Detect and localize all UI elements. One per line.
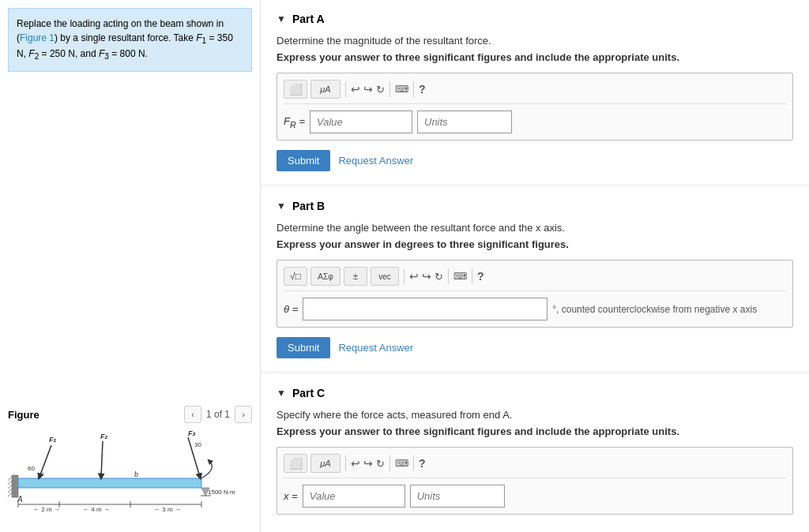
part-b-redo-button[interactable]: ↪: [422, 270, 431, 283]
part-c-question: Specify where the force acts, measured f…: [277, 409, 793, 421]
undo-button[interactable]: ↩: [351, 83, 360, 96]
svg-rect-7: [18, 478, 201, 488]
part-c-collapse[interactable]: ▼: [277, 388, 286, 399]
part-c-redo-button[interactable]: ↪: [363, 457, 373, 470]
svg-text:F₁: F₁: [49, 436, 57, 444]
part-b-question: Determine the angle between the resultan…: [277, 222, 793, 234]
part-b-sqrt-button[interactable]: √□: [284, 267, 307, 286]
part-c-value-input[interactable]: [303, 485, 405, 508]
part-b-title: Part B: [292, 200, 325, 212]
part-b-undo-button[interactable]: ↩: [409, 270, 419, 283]
figure-prev-button[interactable]: ‹: [184, 406, 201, 423]
svg-text:b: b: [134, 470, 138, 478]
part-c-refresh-button[interactable]: ↻: [376, 458, 385, 470]
part-a-toolbar: ⬜ μA ↩ ↪ ↻ ⌨ ?: [284, 80, 786, 104]
part-b-input-row: θ = °, counted counterclockwise from neg…: [284, 298, 786, 320]
part-a-header: ▼ Part A: [277, 13, 793, 25]
left-panel: Replace the loading acting on the beam s…: [0, 0, 261, 532]
part-b-request-link[interactable]: Request Answer: [338, 342, 413, 354]
svg-text:← 3 m →: ← 3 m →: [154, 506, 181, 513]
svg-line-4: [8, 489, 12, 493]
svg-text:1500 N·m: 1500 N·m: [208, 489, 235, 496]
part-c-instruction: Express your answer to three significant…: [277, 425, 793, 437]
part-c-toolbar-sep-3: [413, 455, 414, 471]
part-b-section: ▼ Part B Determine the angle between the…: [261, 187, 809, 371]
svg-text:F₂: F₂: [100, 433, 108, 440]
part-b-toolbar-sep-2: [448, 268, 449, 284]
part-a-eq-label: FR =: [284, 115, 305, 129]
help-button[interactable]: ?: [419, 83, 426, 96]
part-b-vec-button[interactable]: vec: [371, 267, 399, 286]
plusminus-icon: ±: [353, 272, 358, 281]
part-b-answer-box: √□ ΑΣφ ± vec ↩ ↪ ↻ ⌨ ?: [277, 260, 793, 328]
sigma-icon: ΑΣφ: [318, 272, 333, 281]
part-c-keyboard-icon[interactable]: ⌨: [395, 458, 408, 469]
part-a-title: Part A: [292, 13, 325, 25]
part-c-title: Part C: [292, 387, 325, 399]
part-a-units-input[interactable]: [417, 111, 512, 133]
fraction-button[interactable]: ⬜: [284, 80, 307, 99]
part-b-refresh-button[interactable]: ↻: [435, 271, 443, 283]
part-c-eq-label: x =: [284, 490, 298, 502]
part-c-section: ▼ Part C Specify where the force acts, m…: [261, 374, 809, 532]
part-b-toolbar-sep-1: [404, 268, 404, 284]
part-b-header: ▼ Part B: [277, 200, 793, 212]
part-b-toolbar-sep-3: [472, 268, 472, 284]
svg-text:← 4 m →: ← 4 m →: [83, 506, 110, 513]
part-b-help-button[interactable]: ?: [477, 270, 484, 283]
figure-next-button[interactable]: ›: [235, 406, 252, 423]
part-a-request-link[interactable]: Request Answer: [338, 155, 413, 167]
part-c-mu-button[interactable]: μA: [310, 454, 341, 473]
svg-text:F₃: F₃: [188, 429, 196, 437]
part-c-mu-icon: μA: [320, 459, 330, 468]
svg-line-5: [8, 493, 12, 496]
svg-line-13: [101, 441, 103, 477]
part-b-instruction: Express your answer in degrees to three …: [277, 238, 793, 250]
svg-rect-0: [12, 475, 18, 497]
vec-icon: vec: [378, 272, 391, 281]
redo-button[interactable]: ↪: [363, 83, 373, 96]
figure-label-row: Figure ‹ 1 of 1 ›: [0, 406, 260, 423]
part-c-answer-box: ⬜ μA ↩ ↪ ↻ ⌨ ? x =: [277, 447, 793, 515]
svg-text:A: A: [17, 495, 23, 504]
part-a-collapse[interactable]: ▼: [277, 13, 286, 24]
svg-line-2: [8, 481, 12, 485]
part-b-collapse[interactable]: ▼: [277, 200, 286, 212]
part-a-submit-button[interactable]: Submit: [277, 150, 330, 171]
part-b-eq-label: θ =: [284, 303, 298, 315]
part-a-value-input[interactable]: [310, 111, 412, 133]
part-c-fraction-icon: ⬜: [289, 457, 303, 470]
mu-icon: μA: [320, 84, 330, 94]
part-b-submit-row: Submit Request Answer: [277, 337, 793, 358]
part-c-fraction-button[interactable]: ⬜: [284, 454, 307, 473]
part-b-plusminus-button[interactable]: ±: [344, 267, 367, 286]
svg-line-3: [8, 485, 12, 489]
sqrt-icon: √□: [290, 271, 301, 282]
part-c-input-row: x =: [284, 485, 786, 508]
refresh-button[interactable]: ↻: [376, 84, 385, 96]
toolbar-sep-3: [413, 81, 414, 97]
part-c-units-input[interactable]: [410, 485, 505, 508]
part-c-undo-button[interactable]: ↩: [351, 457, 360, 470]
part-b-submit-button[interactable]: Submit: [277, 337, 330, 358]
part-a-submit-row: Submit Request Answer: [277, 150, 793, 171]
part-a-input-row: FR =: [284, 111, 786, 133]
part-c-header: ▼ Part C: [277, 387, 793, 399]
keyboard-icon[interactable]: ⌨: [395, 84, 408, 95]
part-c-toolbar-sep-1: [345, 455, 346, 471]
svg-text:60: 60: [28, 465, 35, 472]
part-b-keyboard-icon[interactable]: ⌨: [453, 271, 467, 282]
svg-line-10: [40, 445, 51, 477]
mu-button[interactable]: μA: [310, 80, 341, 99]
part-a-section: ▼ Part A Determine the magnitude of the …: [261, 0, 809, 184]
svg-line-1: [8, 477, 12, 481]
figure-label: Figure: [8, 409, 40, 421]
part-b-sigma-button[interactable]: ΑΣφ: [310, 267, 341, 286]
part-c-help-button[interactable]: ?: [419, 457, 426, 470]
fraction-icon: ⬜: [289, 83, 303, 96]
figure-link[interactable]: Figure 1: [20, 32, 55, 43]
beam-svg: A F₁ 60 F₂ F₃: [8, 429, 253, 524]
figure-nav: ‹ 1 of 1 ›: [184, 406, 252, 423]
part-b-angle-input[interactable]: [303, 298, 547, 320]
part-a-question: Determine the magnitude of the resultant…: [277, 35, 793, 47]
